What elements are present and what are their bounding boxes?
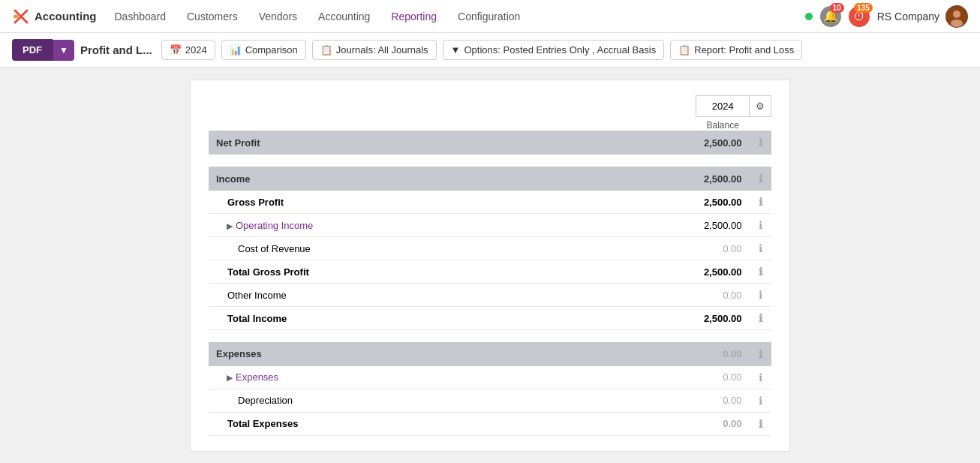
info-icon[interactable]: ℹ	[759, 348, 762, 360]
section-header-amount: 2,500.00	[696, 167, 750, 191]
row-amount: 2,500.00	[696, 260, 750, 284]
notifications-count: 10	[830, 3, 844, 13]
table-row: Depreciation 0.00 ℹ	[209, 389, 771, 412]
table-row: Gross Profit 2,500.00 ℹ	[209, 191, 771, 214]
row-label: Total Expenses	[227, 418, 298, 429]
info-icon[interactable]: ℹ	[759, 219, 762, 231]
balance-label: Balance	[696, 117, 750, 131]
top-navigation: Accounting Dashboard Customers Vendors A…	[0, 0, 980, 33]
row-info-cell[interactable]: ℹ	[750, 412, 771, 435]
svg-point-3	[951, 20, 963, 27]
row-label-cell: ▶Expenses	[209, 366, 696, 389]
info-icon[interactable]: ℹ	[759, 395, 762, 407]
nav-item-vendors[interactable]: Vendors	[250, 6, 306, 27]
app-logo-icon	[12, 8, 30, 26]
section-header-amount: 2,500.00	[696, 131, 750, 155]
year-column-header: 2024	[696, 96, 750, 117]
section-header-label: Income	[209, 167, 696, 191]
row-info-cell[interactable]: ℹ	[750, 366, 771, 389]
svg-point-2	[953, 11, 960, 18]
filter-icon: ▼	[451, 44, 461, 56]
section-header-row: Expenses 0.00 ℹ	[209, 342, 771, 366]
report-toolbar: PDF ▼ Profit and L... 📅 2024 📊 Compariso…	[0, 33, 980, 68]
info-icon[interactable]: ℹ	[759, 137, 762, 149]
nav-logo[interactable]: Accounting	[12, 8, 97, 26]
spacer-row	[209, 155, 771, 167]
report-table: 2024 ⚙ Balance Net Profit 2,500.00 ℹ Inc…	[209, 95, 771, 436]
row-info-cell[interactable]: ℹ	[750, 191, 771, 214]
info-icon[interactable]: ℹ	[759, 289, 762, 301]
report-icon: 📋	[678, 44, 690, 56]
row-label-cell: Total Income	[209, 307, 696, 330]
section-header-row: Income 2,500.00 ℹ	[209, 167, 771, 191]
nav-item-customers[interactable]: Customers	[178, 6, 247, 27]
balance-label-row: Balance	[209, 117, 771, 131]
nav-item-reporting[interactable]: Reporting	[382, 6, 446, 27]
report-container: 2024 ⚙ Balance Net Profit 2,500.00 ℹ Inc…	[190, 80, 790, 452]
row-label-cell: Total Gross Profit	[209, 260, 696, 284]
row-label-cell: ▶Operating Income	[209, 214, 696, 237]
row-label: Total Gross Profit	[227, 266, 309, 278]
row-amount: 0.00	[696, 389, 750, 412]
filter-2024[interactable]: 📅 2024	[161, 40, 215, 60]
nav-item-dashboard[interactable]: Dashboard	[106, 6, 176, 27]
filter-report-label: Report: Profit and Loss	[694, 44, 794, 56]
pdf-button-group: PDF ▼	[12, 39, 74, 61]
row-info-cell[interactable]: ℹ	[750, 237, 771, 260]
timer-count: 135	[854, 3, 873, 13]
row-amount: 0.00	[696, 412, 750, 435]
info-icon[interactable]: ℹ	[759, 371, 762, 383]
info-icon[interactable]: ℹ	[759, 173, 762, 185]
info-icon[interactable]: ℹ	[759, 312, 762, 324]
nav-item-configuration[interactable]: Configuration	[449, 6, 529, 27]
row-amount: 2,500.00	[696, 307, 750, 330]
section-header-info[interactable]: ℹ	[750, 342, 771, 366]
company-selector[interactable]: RS Company	[877, 5, 968, 28]
nav-logo-text: Accounting	[35, 10, 97, 23]
table-row: Other Income 0.00 ℹ	[209, 284, 771, 307]
row-info-cell[interactable]: ℹ	[750, 307, 771, 330]
section-header-info[interactable]: ℹ	[750, 131, 771, 155]
filter-options[interactable]: ▼ Options: Posted Entries Only , Accrual…	[443, 40, 665, 60]
row-amount: 0.00	[696, 284, 750, 307]
filter-year-label: 2024	[185, 44, 207, 56]
info-icon[interactable]: ℹ	[759, 242, 762, 254]
section-header-amount: 0.00	[696, 342, 750, 366]
row-amount: 2,500.00	[696, 214, 750, 237]
nav-right-section: 🔔 10 ⏱ 135 RS Company	[805, 5, 968, 28]
filter-report[interactable]: 📋 Report: Profit and Loss	[670, 40, 802, 60]
info-icon[interactable]: ℹ	[759, 418, 762, 430]
table-row: Total Income 2,500.00 ℹ	[209, 307, 771, 330]
pdf-button[interactable]: PDF	[12, 39, 53, 61]
row-label-cell: Depreciation	[209, 389, 696, 412]
row-info-cell[interactable]: ℹ	[750, 214, 771, 237]
svg-rect-0	[14, 15, 18, 18]
row-label: Gross Profit	[227, 197, 284, 208]
row-info-cell[interactable]: ℹ	[750, 389, 771, 412]
timer-badge[interactable]: ⏱ 135	[849, 6, 870, 27]
row-label: Depreciation	[238, 395, 293, 406]
info-icon[interactable]: ℹ	[759, 196, 762, 208]
row-label[interactable]: Operating Income	[236, 220, 313, 231]
section-header-info[interactable]: ℹ	[750, 167, 771, 191]
spacer-row	[209, 330, 771, 342]
row-info-cell[interactable]: ℹ	[750, 260, 771, 284]
row-label-cell: Cost of Revenue	[209, 237, 696, 260]
row-amount: 0.00	[696, 366, 750, 389]
row-label[interactable]: Expenses	[236, 371, 278, 383]
filter-comparison[interactable]: 📊 Comparison	[221, 40, 306, 60]
nav-item-accounting[interactable]: Accounting	[309, 6, 379, 27]
journals-icon: 📋	[320, 44, 332, 56]
expand-icon[interactable]: ▶	[227, 221, 233, 230]
row-label-cell: Gross Profit	[209, 191, 696, 214]
pdf-caret-button[interactable]: ▼	[53, 40, 74, 61]
notifications-badge[interactable]: 🔔 10	[820, 6, 841, 27]
info-icon[interactable]: ℹ	[759, 266, 762, 278]
settings-column-header[interactable]: ⚙	[750, 96, 771, 117]
table-row: ▶Expenses 0.00 ℹ	[209, 366, 771, 389]
row-info-cell[interactable]: ℹ	[750, 284, 771, 307]
main-content: 2024 ⚙ Balance Net Profit 2,500.00 ℹ Inc…	[0, 68, 980, 458]
user-avatar[interactable]	[945, 5, 968, 28]
expand-icon[interactable]: ▶	[227, 373, 233, 382]
filter-journals[interactable]: 📋 Journals: All Journals	[312, 40, 437, 60]
